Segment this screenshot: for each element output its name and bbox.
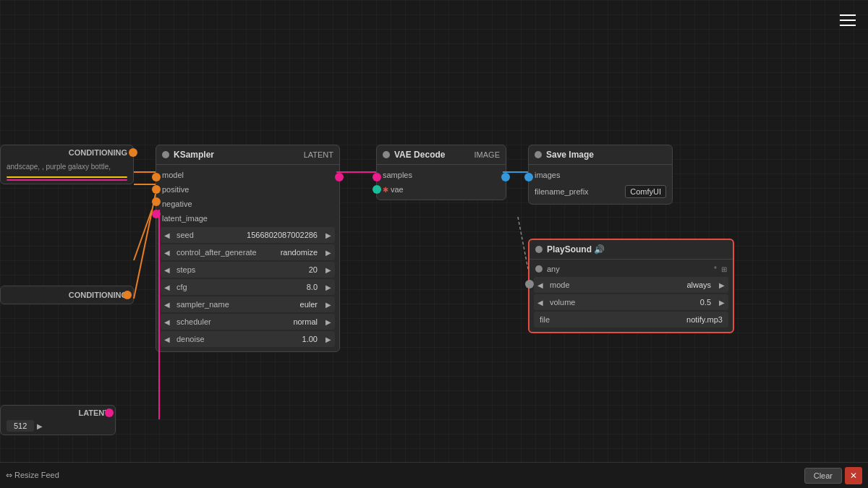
- play-sound-any-row: any * ⊞: [529, 262, 733, 275]
- ksampler-sampler-arrow-left[interactable]: ◀: [161, 296, 174, 312]
- play-sound-any-port: [525, 280, 534, 288]
- ksampler-steps-control[interactable]: ◀ steps 20 ▶: [161, 262, 335, 278]
- play-sound-mode-arrow-left[interactable]: ◀: [534, 277, 547, 293]
- ksampler-cfg-arrow-left[interactable]: ◀: [161, 279, 174, 295]
- ksampler-steps-arrow-right[interactable]: ▶: [322, 262, 335, 278]
- ksampler-steps-label: steps: [174, 265, 305, 274]
- save-image-body: images filename_prefix ComfyUI: [529, 165, 672, 204]
- ksampler-node: KSampler LATENT model positive negative …: [156, 145, 340, 352]
- vae-vae-label: vae: [391, 185, 404, 194]
- latent-arrow-right[interactable]: ▶: [37, 422, 43, 430]
- ksampler-positive-row: positive: [156, 182, 339, 197]
- vae-decode-title: VAE Decode: [394, 150, 445, 160]
- menu-button[interactable]: [835, 7, 861, 33]
- play-sound-node: PlaySound 🔊 any * ⊞ ◀ mode always ▶ ◀ vo…: [528, 239, 734, 333]
- ksampler-denoise-arrow-left[interactable]: ◀: [161, 331, 174, 347]
- bottom-right-controls: Clear ✕: [804, 467, 862, 484]
- ksampler-seed-control[interactable]: ◀ seed 1566802087002286 ▶: [161, 227, 335, 243]
- ksampler-denoise-label: denoise: [174, 335, 298, 343]
- conditioning-bottom-node: CONDITIONING: [0, 286, 134, 304]
- close-button[interactable]: ✕: [845, 467, 862, 484]
- play-sound-dot: [535, 246, 542, 253]
- ksampler-control-after-arrow-right[interactable]: ▶: [322, 244, 335, 260]
- play-sound-header: PlaySound 🔊: [529, 240, 733, 260]
- ksampler-scheduler-arrow-right[interactable]: ▶: [322, 314, 335, 330]
- clear-button[interactable]: Clear: [804, 468, 842, 484]
- ksampler-control-after-value: randomize: [276, 248, 322, 257]
- vae-decode-node: VAE Decode IMAGE samples ✱ vae: [376, 145, 506, 200]
- ksampler-seed-value: 1566802087002286: [242, 231, 322, 239]
- play-sound-mode-value: always: [682, 281, 715, 289]
- play-sound-file-value: notify.mp3: [686, 315, 723, 324]
- ksampler-steps-arrow-left[interactable]: ◀: [161, 262, 174, 278]
- play-sound-any-dot: [535, 265, 542, 273]
- save-images-label: images: [535, 171, 560, 179]
- play-sound-volume-label: volume: [547, 298, 696, 307]
- ksampler-cfg-arrow-right[interactable]: ▶: [322, 279, 335, 295]
- ksampler-body: model positive negative latent_image ◀ s…: [156, 165, 339, 351]
- ksampler-scheduler-arrow-left[interactable]: ◀: [161, 314, 174, 330]
- ksampler-model-row: model: [156, 168, 339, 182]
- ksampler-dot: [162, 151, 169, 158]
- ksampler-scheduler-control[interactable]: ◀ scheduler normal ▶: [161, 314, 335, 330]
- vae-vae-row: ✱ vae: [377, 182, 506, 197]
- play-sound-grid-icon: ⊞: [721, 265, 727, 273]
- vae-decode-dot: [383, 151, 390, 158]
- play-sound-mode-control[interactable]: ◀ mode always ▶: [534, 277, 728, 293]
- play-sound-volume-value: 0.5: [696, 298, 715, 307]
- ksampler-header: KSampler LATENT: [156, 145, 339, 165]
- save-filename-label: filename_prefix: [535, 187, 621, 196]
- resize-feed-button[interactable]: ⇔ Resize Feed: [6, 471, 59, 480]
- latent-value: 512: [7, 420, 34, 432]
- save-image-title: Save Image: [546, 150, 594, 160]
- vae-samples-row: samples: [377, 168, 506, 182]
- play-sound-volume-arrow-right[interactable]: ▶: [715, 294, 728, 310]
- latent-node: LATENT 512 ▶: [0, 405, 116, 435]
- ksampler-denoise-value: 1.00: [298, 335, 322, 343]
- vae-asterisk: ✱: [383, 186, 388, 194]
- ksampler-scheduler-value: normal: [289, 317, 322, 326]
- play-sound-mode-arrow-right[interactable]: ▶: [715, 277, 728, 293]
- play-sound-file-control: file notify.mp3: [534, 312, 728, 328]
- save-images-row: images: [529, 168, 672, 182]
- vae-image-out-label: IMAGE: [475, 150, 500, 159]
- ksampler-negative-label: negative: [162, 200, 192, 208]
- save-filename-value[interactable]: ComfyUI: [625, 185, 666, 198]
- save-image-dot: [535, 151, 542, 158]
- canvas-background: [0, 0, 868, 488]
- ksampler-sampler-control[interactable]: ◀ sampler_name euler ▶: [161, 296, 335, 312]
- ksampler-control-after-arrow-left[interactable]: ◀: [161, 244, 174, 260]
- play-sound-volume-arrow-left[interactable]: ◀: [534, 294, 547, 310]
- ksampler-cfg-control[interactable]: ◀ cfg 8.0 ▶: [161, 279, 335, 295]
- ksampler-seed-arrow-right[interactable]: ▶: [322, 227, 335, 243]
- conditioning-out-dot-2: [123, 291, 132, 299]
- play-sound-mode-label: mode: [547, 281, 682, 289]
- play-sound-body: any * ⊞ ◀ mode always ▶ ◀ volume 0.5 ▶ f…: [529, 260, 733, 332]
- play-sound-volume-control[interactable]: ◀ volume 0.5 ▶: [534, 294, 728, 310]
- ksampler-sampler-label: sampler_name: [174, 300, 296, 309]
- ksampler-steps-value: 20: [305, 265, 322, 274]
- ksampler-latent-row: latent_image: [156, 211, 339, 226]
- conditioning-top-node: CONDITIONING andscape, , purple galaxy b…: [0, 145, 134, 184]
- ksampler-cfg-value: 8.0: [302, 283, 322, 291]
- ksampler-seed-arrow-left[interactable]: ◀: [161, 227, 174, 243]
- ksampler-sampler-arrow-right[interactable]: ▶: [322, 296, 335, 312]
- ksampler-control-after-control[interactable]: ◀ control_after_generate randomize ▶: [161, 244, 335, 260]
- ksampler-sampler-value: euler: [296, 300, 322, 309]
- ksampler-seed-label: seed: [174, 231, 242, 239]
- conditioning-top-label: CONDITIONING: [69, 148, 127, 157]
- ksampler-denoise-arrow-right[interactable]: ▶: [322, 331, 335, 347]
- save-filename-row: filename_prefix ComfyUI: [529, 182, 672, 201]
- vae-samples-label: samples: [383, 171, 412, 179]
- ksampler-latent-label: latent_image: [162, 214, 208, 223]
- ksampler-scheduler-label: scheduler: [174, 317, 289, 326]
- save-image-node: Save Image images filename_prefix ComfyU…: [528, 145, 673, 205]
- ksampler-cfg-label: cfg: [174, 283, 302, 291]
- play-sound-asterisk-icon: *: [714, 265, 717, 273]
- ksampler-negative-row: negative: [156, 197, 339, 211]
- play-sound-title: PlaySound 🔊: [547, 244, 605, 254]
- ksampler-denoise-control[interactable]: ◀ denoise 1.00 ▶: [161, 331, 335, 347]
- conditioning-top-text: andscape, , purple galaxy bottle,: [7, 163, 127, 171]
- vae-decode-body: samples ✱ vae: [377, 165, 506, 200]
- ksampler-title: KSampler: [174, 150, 214, 160]
